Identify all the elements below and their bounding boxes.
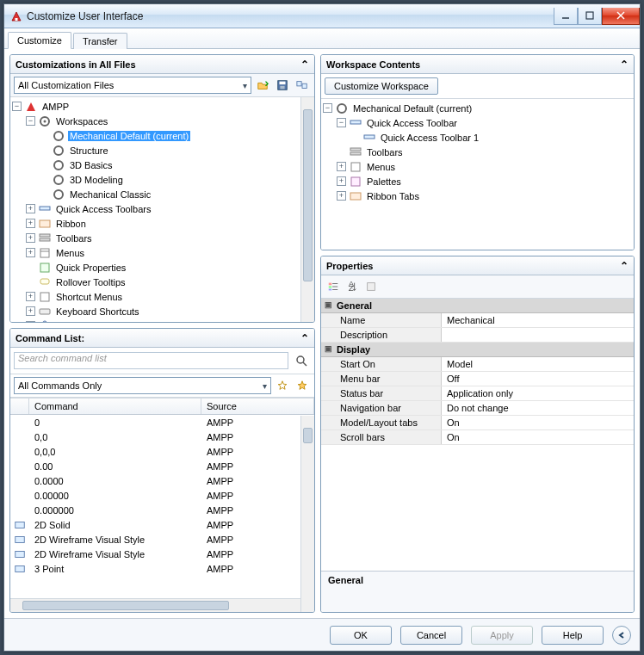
tree-node-shortcut-menus[interactable]: +Shortcut Menus [24,289,314,304]
expand-icon[interactable]: + [26,248,35,257]
expand-icon[interactable]: + [26,204,35,213]
col-command[interactable]: Command [29,399,201,414]
collapse-icon[interactable]: ⌃ [300,59,309,71]
col-source[interactable]: Source [201,399,314,414]
tree-node-toolbars[interactable]: +Toolbars [24,231,314,245]
command-row[interactable]: 2D Wireframe Visual StyleAMPP [10,547,314,561]
prop-category-general[interactable]: General [321,299,634,313]
expand-icon[interactable]: + [26,292,35,301]
tree-node-dbl-click[interactable]: +Double Click Actions [24,318,314,322]
wc-ribbon-tabs[interactable]: +Ribbon Tabs [335,188,634,203]
expand-icon[interactable]: + [26,233,35,243]
command-table[interactable]: Command Source 0AMPP0,0AMPP0,0,0AMPP0.00… [10,398,314,612]
expand-icon[interactable]: − [337,118,346,127]
collapse-icon[interactable]: ⌃ [620,59,629,71]
close-button[interactable] [602,8,640,25]
command-row[interactable]: 0,0,0AMPP [10,444,314,459]
command-row[interactable]: 0.000000AMPP [10,503,314,517]
apply-button[interactable]: Apply [471,626,533,645]
prop-row-nav-bar[interactable]: Navigation barDo not change [321,401,634,416]
star-icon[interactable] [274,377,291,394]
tree-node-quick-props[interactable]: Quick Properties [24,260,314,275]
prop-row-description[interactable]: Description [321,328,634,343]
svg-point-34 [337,104,346,113]
ok-button[interactable]: OK [330,626,392,645]
tab-customize[interactable]: Customize [8,32,71,49]
tree-node-root[interactable]: − AMPP [10,99,314,114]
vertical-scrollbar[interactable] [300,97,314,322]
maximize-button[interactable] [578,8,602,25]
command-name: 2D Solid [29,520,201,530]
panes-icon[interactable] [294,77,311,94]
tree-node-menus[interactable]: +Menus [24,245,314,260]
help-button[interactable]: Help [542,626,604,645]
expand-icon[interactable]: + [26,306,35,316]
save-icon[interactable] [274,77,291,94]
tree-node-mech-classic[interactable]: Mechanical Classic [38,187,314,201]
horizontal-scrollbar[interactable] [10,598,300,612]
tree-node-mech-default[interactable]: Mechanical Default (current) [38,128,314,143]
expand-icon[interactable]: − [12,102,22,111]
expand-icon[interactable]: + [26,321,35,322]
cancel-button[interactable]: Cancel [400,626,462,645]
tree-node-rollover[interactable]: Rollover Tooltips [24,275,314,289]
expand-icon[interactable]: + [337,191,346,201]
tree-node-workspaces[interactable]: − Workspaces [24,114,314,128]
tree-node-structure[interactable]: Structure [38,143,314,158]
prop-row-model-tabs[interactable]: Model/Layout tabsOn [321,416,634,430]
command-row[interactable]: 0.00AMPP [10,459,314,473]
expand-dialog-button[interactable] [612,626,631,645]
command-filter-dropdown[interactable]: All Commands Only [14,377,271,394]
svg-point-13 [54,146,63,155]
collapse-icon[interactable]: ⌃ [620,260,629,272]
wc-qat1[interactable]: Quick Access Toolbar 1 [349,130,634,145]
command-row[interactable]: 0.0000AMPP [10,473,314,488]
wc-root[interactable]: −Mechanical Default (current) [321,101,634,115]
wc-menus[interactable]: +Menus [335,159,634,174]
expand-icon[interactable]: − [26,116,35,126]
tree-node-ribbon[interactable]: +Ribbon [24,216,314,231]
command-source: AMPP [201,476,314,486]
command-row[interactable]: 2D Wireframe Visual StyleAMPP [10,532,314,547]
command-row[interactable]: 0,0AMPP [10,429,314,444]
customize-workspace-button[interactable]: Customize Workspace [325,77,438,95]
search-icon[interactable] [292,351,311,370]
command-row[interactable]: 2D SolidAMPP [10,517,314,532]
expand-icon[interactable]: + [337,176,346,186]
command-row[interactable]: 3 PointAMPP [10,561,314,576]
expand-icon[interactable]: + [337,162,346,171]
prop-row-status-bar[interactable]: Status barApplication only [321,386,634,401]
prop-row-name[interactable]: NameMechanical [321,313,634,328]
customization-files-dropdown[interactable]: All Customization Files [14,77,251,94]
minimize-button[interactable] [554,8,578,25]
app-icon [24,100,38,114]
alphabetical-icon[interactable]: AZ [344,278,361,295]
prop-row-menu-bar[interactable]: Menu barOff [321,372,634,386]
customizations-tree[interactable]: − AMPP − Workspaces [10,97,314,322]
vertical-scrollbar[interactable] [300,416,314,612]
prop-row-scroll-bars[interactable]: Scroll barsOn [321,430,634,445]
tree-node-qat[interactable]: +Quick Access Toolbars [24,201,314,216]
properties-grid[interactable]: General NameMechanical Description Displ… [321,299,634,571]
search-input[interactable]: Search command list [14,352,288,369]
tree-node-3d-basics[interactable]: 3D Basics [38,158,314,172]
categorized-icon[interactable] [325,278,342,295]
star-add-icon[interactable] [294,377,311,394]
load-file-icon[interactable] [254,77,271,94]
tree-node-3d-modeling[interactable]: 3D Modeling [38,172,314,187]
tree-node-kb-shortcuts[interactable]: +Keyboard Shortcuts [24,304,314,318]
workspace-tree[interactable]: −Mechanical Default (current) −Quick Acc… [321,99,634,250]
wc-palettes[interactable]: +Palettes [335,174,634,188]
svg-rect-41 [350,193,361,200]
prop-row-start-on[interactable]: Start OnModel [321,357,634,372]
expand-icon[interactable]: − [323,103,332,113]
prop-category-display[interactable]: Display [321,343,634,357]
wc-qat[interactable]: −Quick Access Toolbar [335,115,634,130]
property-pages-icon[interactable] [362,278,380,295]
command-row[interactable]: 0.00000AMPP [10,488,314,503]
collapse-icon[interactable]: ⌃ [300,332,309,344]
expand-icon[interactable]: + [26,219,35,228]
wc-toolbars[interactable]: Toolbars [335,145,634,159]
command-row[interactable]: 0AMPP [10,415,314,429]
tab-transfer[interactable]: Transfer [73,33,127,49]
